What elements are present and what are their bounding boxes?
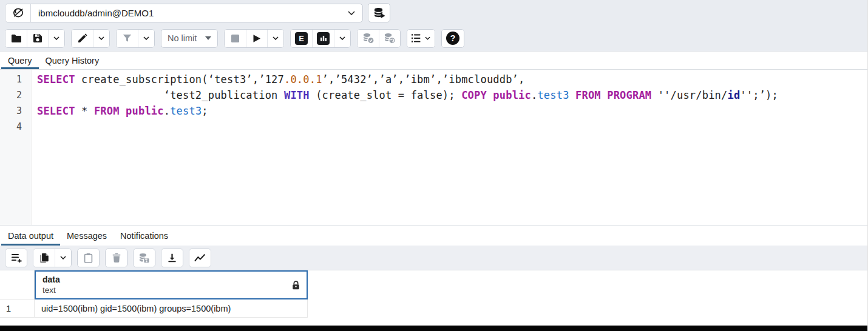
chevron-down-icon[interactable] (348, 11, 362, 15)
code-line[interactable] (37, 119, 867, 135)
tab-messages-label: Messages (67, 231, 107, 241)
line-number: 1 (0, 72, 31, 87)
explain-analyze-icon[interactable] (312, 30, 334, 47)
add-row-icon[interactable] (5, 249, 27, 267)
column-name: data (42, 275, 60, 285)
connection-label: ibmclouddb/admin@DEMO1 (31, 8, 348, 18)
tab-query-history-label: Query History (46, 56, 100, 65)
gutter: 1234 (0, 70, 32, 225)
column-header-data[interactable]: data text (35, 270, 308, 299)
copy-options-chevron-icon[interactable] (55, 249, 71, 267)
help-glyph: ? (446, 32, 459, 45)
connection-status-icon[interactable] (5, 4, 31, 22)
connection-bar: ibmclouddb/admin@DEMO1 (0, 0, 867, 25)
code-line[interactable]: SELECT create_subscription(‘test3’,’127.… (37, 72, 867, 87)
table-cell[interactable]: uid=1500(ibm) gid=1500(ibm) groups=1500(… (35, 299, 308, 318)
open-file-icon[interactable] (5, 30, 27, 47)
macros-icon[interactable] (407, 30, 435, 47)
connection-select[interactable]: ibmclouddb/admin@DEMO1 (5, 4, 363, 22)
row-limit-value: No limit (168, 33, 197, 43)
caret-down-icon (205, 36, 211, 40)
rollback-icon[interactable] (379, 30, 400, 47)
lock-icon (292, 281, 300, 290)
save-data-changes-icon[interactable] (134, 249, 155, 267)
paste-icon[interactable] (78, 249, 99, 267)
select-all-cell[interactable] (0, 270, 35, 299)
row-number-cell[interactable]: 1 (0, 299, 35, 318)
macros-chevron-icon (425, 36, 430, 40)
explain-analyze-badge (317, 32, 330, 45)
copy-icon[interactable] (33, 249, 55, 267)
editor-tabbar: Query Query History (0, 51, 867, 70)
tab-query-label: Query (8, 56, 32, 65)
row-limit-select[interactable]: No limit (161, 29, 218, 48)
tab-notifications-label: Notifications (120, 231, 168, 241)
line-number: 2 (0, 87, 31, 103)
tab-data-output[interactable]: Data output (1, 226, 60, 246)
tab-data-output-label: Data output (8, 231, 53, 241)
delete-row-icon[interactable] (106, 249, 127, 267)
explain-icon[interactable]: E (291, 30, 312, 47)
tab-messages[interactable]: Messages (60, 226, 114, 246)
line-number: 3 (0, 103, 31, 119)
save-icon[interactable] (27, 30, 48, 47)
code-line[interactable]: ‘test2_publication WITH (create_slot = f… (37, 87, 867, 103)
code-lines[interactable]: SELECT create_subscription(‘test3’,’127.… (32, 70, 867, 225)
edit-options-chevron-icon[interactable] (93, 30, 109, 47)
sql-editor[interactable]: 1234 SELECT create_subscription(‘test3’,… (0, 70, 867, 225)
tab-notifications[interactable]: Notifications (114, 226, 175, 246)
table-row: 1uid=1500(ibm) gid=1500(ibm) groups=1500… (0, 299, 867, 318)
explain-options-chevron-icon[interactable] (334, 30, 350, 47)
query-toolbar: No limit E (0, 25, 867, 51)
filter-options-chevron-icon[interactable] (138, 30, 154, 47)
graph-visualiser-icon[interactable] (189, 249, 211, 267)
save-options-chevron-icon[interactable] (48, 30, 64, 47)
help-icon[interactable]: ? (442, 30, 464, 47)
grid-header: data text (0, 270, 867, 299)
edit-icon[interactable] (72, 30, 93, 47)
stop-icon[interactable] (225, 30, 246, 47)
column-type: text (42, 285, 60, 295)
code-line[interactable]: SELECT * FROM public.test3; (37, 103, 867, 119)
grid-rows: 1uid=1500(ibm) gid=1500(ibm) groups=1500… (0, 299, 867, 318)
commit-icon[interactable] (358, 30, 379, 47)
tab-query[interactable]: Query (1, 52, 39, 69)
new-connection-database-icon[interactable] (368, 3, 390, 22)
execute-icon[interactable] (246, 30, 267, 47)
output-toolbar (0, 246, 867, 270)
explain-badge: E (295, 32, 308, 45)
query-tool-window: ibmclouddb/admin@DEMO1 (0, 0, 868, 331)
window-edge (0, 326, 867, 331)
execute-options-chevron-icon[interactable] (267, 30, 283, 47)
download-icon[interactable] (161, 249, 183, 267)
results-grid: data text 1uid=1500(ibm) gid=1500(ibm) g… (0, 270, 867, 326)
line-number: 4 (0, 119, 31, 135)
tab-query-history[interactable]: Query History (39, 52, 106, 69)
filter-icon[interactable] (117, 30, 138, 47)
output-tabbar: Data output Messages Notifications (0, 225, 867, 246)
